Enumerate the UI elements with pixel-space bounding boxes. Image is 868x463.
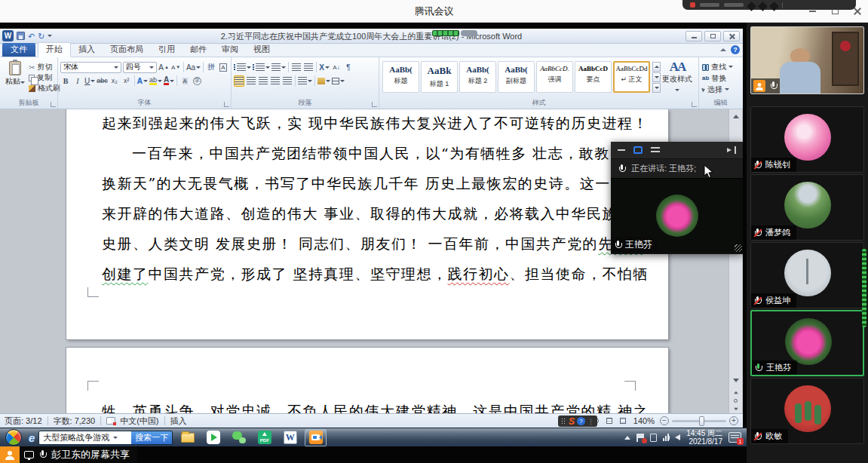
tab-home[interactable]: 开始 <box>38 42 71 57</box>
replace-button[interactable]: ab替换 <box>699 72 742 84</box>
sort-button[interactable]: A↓ <box>331 62 342 73</box>
bullets-button[interactable] <box>234 62 251 73</box>
word-count[interactable]: 字数: 7,230 <box>54 415 96 427</box>
word-minimize-button[interactable] <box>686 31 702 41</box>
participant-tile[interactable]: 欧敏 <box>750 378 864 444</box>
scroll-up-arrow[interactable] <box>730 111 741 122</box>
panel-minimize-icon[interactable] <box>618 149 625 151</box>
tencent-video-taskbar-icon[interactable] <box>202 429 224 446</box>
panel-video-view-icon[interactable] <box>633 146 643 154</box>
wechat-taskbar-icon[interactable] <box>228 429 250 446</box>
asian-layout-button[interactable]: X <box>319 62 330 73</box>
minimize-ribbon-icon[interactable] <box>720 48 726 51</box>
volume-icon[interactable] <box>675 434 680 440</box>
panel-list-view-icon[interactable] <box>651 147 660 153</box>
word-restore-button[interactable] <box>704 31 721 41</box>
participant-tile-speaking[interactable]: 王艳芬 <box>750 310 864 376</box>
floating-video-panel[interactable]: 正在讲话: 王艳芬; 王艳芬 <box>611 142 743 254</box>
text-effects-button[interactable]: A <box>137 75 148 87</box>
panel-video[interactable]: 王艳芬 <box>611 178 743 253</box>
sidebar-scrollbar[interactable] <box>862 249 866 327</box>
word-close-button[interactable] <box>723 31 740 41</box>
word-taskbar-icon[interactable]: W <box>279 429 301 446</box>
outline-view-button[interactable] <box>604 416 615 426</box>
zoom-slider[interactable] <box>672 420 726 422</box>
explorer-taskbar-icon[interactable] <box>176 429 198 446</box>
language-indicator[interactable]: 中文(中国) <box>120 415 158 427</box>
copy-button[interactable]: 复制 <box>29 72 60 83</box>
change-case-button[interactable]: Aa <box>186 62 201 73</box>
style-heading1[interactable]: AaBk标题 1 <box>421 61 458 93</box>
participant-tile[interactable]: 侯益坤 <box>750 242 864 308</box>
redo-icon[interactable]: ↻ <box>38 31 44 41</box>
action-center-icon[interactable] <box>636 434 644 442</box>
meeting-taskbar-icon-active[interactable] <box>305 429 327 446</box>
shading-button[interactable] <box>317 75 330 87</box>
justify-button[interactable] <box>270 75 281 87</box>
document-page-3[interactable]: 起来到强起来的伟大飞跃，实 现中华民族伟大复兴进入了不可逆转的历史进程！一百年来… <box>66 109 668 339</box>
cut-button[interactable]: ✂剪切 <box>29 62 60 72</box>
sogou-icon[interactable]: S <box>569 417 575 426</box>
ime-icon[interactable] <box>650 434 657 442</box>
line-spacing-button[interactable] <box>298 75 312 87</box>
highlight-button[interactable]: ab <box>149 75 162 87</box>
distribute-button[interactable] <box>282 75 293 87</box>
help-icon[interactable]: ? <box>731 45 740 54</box>
participant-tile[interactable]: 潘梦鸽 <box>750 174 864 241</box>
clipboard-dialog-launcher[interactable] <box>51 102 56 107</box>
character-shading-button[interactable]: A <box>179 75 190 87</box>
tray-expand-icon[interactable] <box>624 436 630 440</box>
taskbar-clock[interactable]: 14:45 周二 2021/8/17 <box>686 429 722 446</box>
change-styles-button[interactable]: AA 更改样式 <box>658 60 697 93</box>
participant-tile[interactable]: 彭卫东 <box>750 26 864 94</box>
bold-button[interactable]: B <box>60 75 71 87</box>
tab-references[interactable]: 引用 <box>151 43 182 57</box>
search-input[interactable]: 大型策略战争游戏 <box>39 431 131 444</box>
styles-dialog-launcher[interactable] <box>692 102 697 107</box>
style-strong[interactable]: AaBbCcD要点 <box>575 61 612 93</box>
show-marks-button[interactable]: ¶ <box>343 62 354 73</box>
ie-icon[interactable]: e <box>29 431 35 444</box>
style-emphasis[interactable]: AaBbCcD.强调 <box>536 61 573 93</box>
notification-icon[interactable]: 1 <box>728 432 741 443</box>
zoom-slider-handle[interactable] <box>699 416 704 426</box>
decrease-indent-button[interactable] <box>291 62 302 73</box>
grow-font-button[interactable]: A▲ <box>158 62 169 73</box>
sogou-input-bar[interactable]: S ? ⋮ <box>558 415 597 427</box>
align-center-button[interactable] <box>246 75 256 87</box>
numbering-button[interactable] <box>253 62 270 73</box>
zoom-out-button[interactable]: − <box>660 416 669 425</box>
draft-view-button[interactable] <box>618 416 628 426</box>
tab-page-layout[interactable]: 页面布局 <box>103 43 151 57</box>
style-heading2[interactable]: AaBb(标题 2 <box>459 61 496 93</box>
tab-file[interactable]: 文件 <box>2 43 35 57</box>
previous-page-button[interactable] <box>730 388 741 397</box>
select-browse-object-button[interactable] <box>730 397 741 405</box>
resize-grip[interactable] <box>735 244 742 252</box>
search-go-button[interactable]: 搜索一下 <box>131 431 172 444</box>
zoom-in-button[interactable]: + <box>729 416 738 425</box>
undo-icon[interactable]: ↶ <box>28 31 35 41</box>
strikethrough-button[interactable]: abc <box>97 75 108 87</box>
font-family-combo[interactable]: 宋体 <box>60 62 121 73</box>
subscript-button[interactable]: x₂ <box>109 75 120 87</box>
font-dialog-launcher[interactable] <box>224 102 229 107</box>
paste-button[interactable]: 粘贴 <box>3 61 27 87</box>
proofing-icon[interactable] <box>106 417 115 425</box>
save-icon[interactable] <box>17 32 25 40</box>
tab-mailings[interactable]: 邮件 <box>182 43 214 57</box>
style-title[interactable]: AaBb(标题 <box>382 61 419 93</box>
font-color-button[interactable]: A <box>164 75 174 87</box>
style-subtitle[interactable]: AaBb(副标题 <box>498 61 535 93</box>
zoom-level[interactable]: 140% <box>633 416 655 425</box>
style-normal-selected[interactable]: AaBbCcDd↵ 正文 <box>613 61 650 93</box>
borders-button[interactable] <box>332 75 345 87</box>
find-button[interactable]: 查找 <box>699 61 742 72</box>
pdf-taskbar-icon[interactable]: PDF <box>253 429 275 446</box>
phonetic-guide-button[interactable]: 拼 <box>206 62 216 73</box>
superscript-button[interactable]: x² <box>121 75 132 87</box>
underline-button[interactable]: U <box>84 75 95 87</box>
meeting-toolbar-popup[interactable] <box>682 0 856 10</box>
panel-exit-icon[interactable] <box>727 146 736 154</box>
multilevel-list-button[interactable] <box>271 62 286 73</box>
